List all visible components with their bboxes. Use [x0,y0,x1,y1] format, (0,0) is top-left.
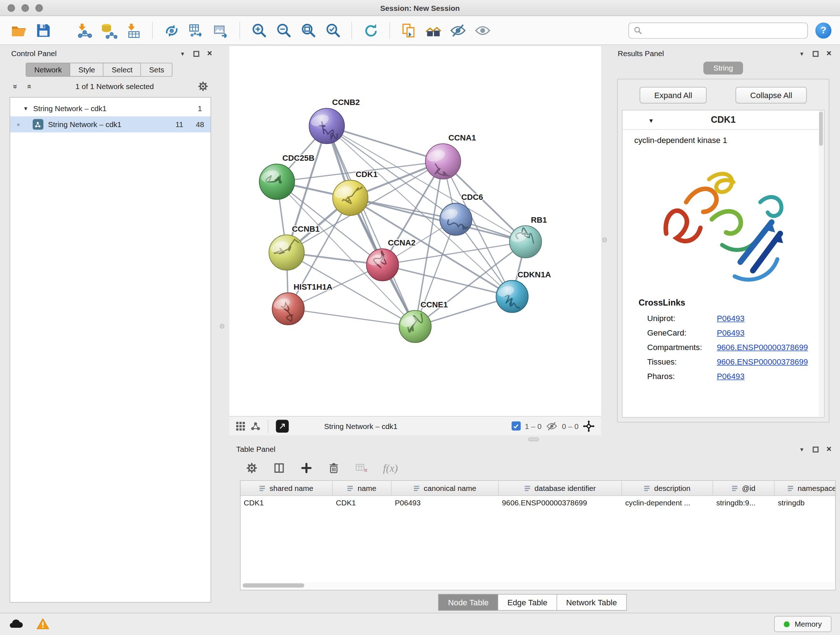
control-tab-select[interactable]: Select [104,63,141,77]
network-collection-row[interactable]: ▼ String Network – cdk1 1 [10,100,210,116]
node-CCNA1[interactable] [425,144,461,181]
node-RB1[interactable] [509,224,542,258]
table-cell[interactable]: stringdb [775,496,836,511]
birdseye-toggle-button[interactable] [276,420,289,432]
node-CCNA2[interactable] [366,249,399,281]
save-session-button[interactable] [33,20,54,41]
node-CCNB1[interactable] [269,234,304,270]
minimize-window-button[interactable] [21,4,29,12]
network-options-gear-icon[interactable] [197,80,209,92]
table-row[interactable]: CDK1CDK1P064939606.ENSP00000378699cyclin… [240,496,835,511]
network-table-button[interactable] [186,20,206,41]
import-table-file-button[interactable] [123,20,144,41]
table-cell[interactable]: 9606.ENSP00000378699 [499,496,622,511]
import-network-database-button[interactable] [98,20,118,41]
control-tab-style[interactable]: Style [71,63,104,77]
network-arrows-button[interactable] [161,20,182,41]
table-cell[interactable]: cyclin-dependent ... [622,496,713,511]
show-columns-icon[interactable] [273,462,286,475]
edge-CCNB2-CCNA1[interactable] [327,126,443,162]
tab-edge-table[interactable]: Edge Table [498,594,557,610]
crosslink-value-link[interactable]: P06493 [717,371,745,380]
fit-content-icon[interactable] [583,420,595,432]
zoom-fit-button[interactable] [298,20,318,41]
results-scrollbar[interactable] [819,111,823,417]
table-hscrollbar[interactable] [242,582,834,589]
tree-expand-icon[interactable]: ▼ [23,105,28,111]
refresh-view-button[interactable] [361,20,381,41]
selected-items-icon[interactable] [512,421,521,431]
network-overview-icon[interactable] [251,421,261,431]
column-header--id[interactable]: @id [713,481,775,495]
search-field[interactable] [628,22,808,38]
column-header-shared-name[interactable]: shared name [240,481,333,495]
column-header-name[interactable]: name [333,481,392,495]
node-CDC25B[interactable] [259,164,295,200]
show-all-button[interactable] [472,20,493,41]
add-column-icon[interactable] [300,462,313,475]
hide-selected-button[interactable] [448,20,468,41]
expand-all-button[interactable]: Expand All [639,87,706,103]
panel-close-icon[interactable]: × [207,49,212,58]
delete-column-icon[interactable] [327,462,340,475]
node-CDKN1A[interactable] [496,280,528,312]
column-header-namespace[interactable]: namespace [775,481,836,495]
memory-button[interactable]: Memory [775,616,832,632]
node-CCNE1[interactable] [399,310,431,342]
zoom-in-button[interactable] [248,20,269,41]
collapse-all-networks-icon[interactable]: » [11,82,20,90]
splitter-handle[interactable] [602,238,607,242]
crosslink-value-link[interactable]: P06493 [717,328,745,337]
edge-CCNB2-CCNE1[interactable] [327,126,415,326]
protein-section-header[interactable]: ▼ CDK1 [622,111,824,130]
home-view-button[interactable] [423,20,444,41]
collapse-all-button[interactable]: Collapse All [736,87,807,103]
table-cell[interactable]: CDK1 [240,496,333,511]
column-header-database-identifier[interactable]: database identifier [499,481,622,495]
network-canvas[interactable]: CCNB2CCNA1CDC25BCDK1CDC6RB1CCNB1CCNA2CDK… [229,46,601,416]
tab-node-table[interactable]: Node Table [439,594,498,610]
zoom-window-button[interactable] [35,4,43,12]
crosslink-value-link[interactable]: P06493 [717,314,745,323]
table-settings-gear-icon[interactable] [245,462,258,475]
close-window-button[interactable] [8,4,15,12]
column-header-description[interactable]: description [622,481,713,495]
zoom-selected-button[interactable] [322,20,343,41]
network-row[interactable]: ● String Network – cdk1 11 48 [10,116,210,132]
edge-HIST1H1A-CCNE1[interactable] [288,309,415,326]
panel-collapse-icon[interactable]: ▼ [180,51,185,57]
table-cell[interactable]: CDK1 [333,496,392,511]
panel-close-icon[interactable]: × [826,445,831,454]
splitter-handle[interactable] [219,324,224,328]
table-cell[interactable]: stringdb:9... [713,496,775,511]
copy-document-button[interactable] [399,20,419,41]
hidden-items-icon[interactable] [546,420,558,432]
cloud-status-icon[interactable] [9,619,24,630]
panel-collapse-icon[interactable]: ▼ [799,447,805,452]
scrollbar-thumb[interactable] [819,111,823,146]
control-tab-sets[interactable]: Sets [141,63,172,77]
node-CDC6[interactable] [440,203,472,235]
function-builder-button[interactable]: f(x) [383,462,398,474]
crosslink-value-link[interactable]: 9606.ENSP00000378699 [717,357,808,366]
export-image-button[interactable] [210,20,231,41]
crosslink-value-link[interactable]: 9606.ENSP00000378699 [717,342,808,352]
tab-string[interactable]: String [703,62,743,74]
panel-close-icon[interactable]: × [826,49,831,58]
node-CDK1[interactable] [333,180,368,216]
expand-all-networks-icon[interactable]: » [24,82,33,90]
control-tab-network[interactable]: Network [26,63,70,77]
column-header-canonical-name[interactable]: canonical name [392,481,499,495]
edge-CDK1-RB1[interactable] [350,198,525,241]
panel-float-icon[interactable] [813,51,818,57]
panel-float-icon[interactable] [813,447,818,452]
grid-view-icon[interactable] [236,421,246,431]
warning-icon[interactable] [36,618,50,631]
search-input[interactable] [646,26,802,35]
table-cell[interactable]: P06493 [392,496,499,511]
panel-collapse-icon[interactable]: ▼ [799,51,805,57]
splitter-handle[interactable] [528,437,539,441]
help-button[interactable]: ? [815,22,831,38]
zoom-out-button[interactable] [273,20,294,41]
panel-float-icon[interactable] [193,51,199,57]
